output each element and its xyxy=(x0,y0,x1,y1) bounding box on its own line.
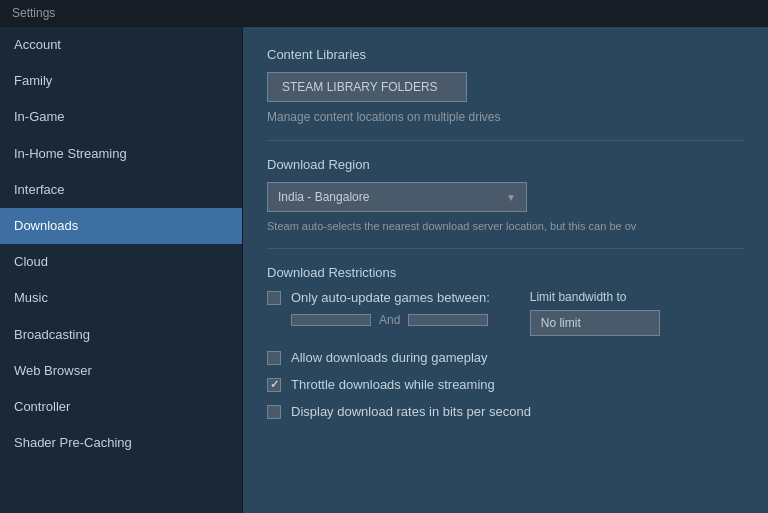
sidebar-item-music[interactable]: Music xyxy=(0,280,242,316)
sidebar-item-in-game-label: In-Game xyxy=(14,109,65,124)
sidebar-item-interface-label: Interface xyxy=(14,182,65,197)
sidebar-item-web-browser[interactable]: Web Browser xyxy=(0,353,242,389)
sidebar-item-shader-pre-caching[interactable]: Shader Pre-Caching xyxy=(0,425,242,461)
sidebar-item-broadcasting-label: Broadcasting xyxy=(14,327,90,342)
download-region-section: Download Region India - Bangalore ▼ Stea… xyxy=(267,157,744,232)
main-container: Account Family In-Game In-Home Streaming… xyxy=(0,27,768,513)
auto-update-checkbox[interactable] xyxy=(267,291,281,305)
sidebar-item-in-game[interactable]: In-Game xyxy=(0,99,242,135)
sidebar-item-in-home-streaming[interactable]: In-Home Streaming xyxy=(0,136,242,172)
allow-downloads-label: Allow downloads during gameplay xyxy=(291,350,488,365)
time-end-input[interactable] xyxy=(408,314,488,326)
divider-2 xyxy=(267,248,744,249)
chevron-down-icon: ▼ xyxy=(506,192,516,203)
sidebar-item-broadcasting[interactable]: Broadcasting xyxy=(0,317,242,353)
display-download-rates-row: Display download rates in bits per secon… xyxy=(267,404,744,419)
title-bar-label: Settings xyxy=(12,6,55,20)
download-region-title: Download Region xyxy=(267,157,744,172)
sidebar-item-interface[interactable]: Interface xyxy=(0,172,242,208)
time-bandwidth-row: And xyxy=(267,313,490,327)
throttle-downloads-label: Throttle downloads while streaming xyxy=(291,377,495,392)
sidebar-item-in-home-streaming-label: In-Home Streaming xyxy=(14,146,127,161)
sidebar-item-downloads-label: Downloads xyxy=(14,218,78,233)
download-restrictions-section: Download Restrictions Only auto-update g… xyxy=(267,265,744,419)
download-region-value: India - Bangalore xyxy=(278,190,369,204)
sidebar-item-cloud-label: Cloud xyxy=(14,254,48,269)
throttle-downloads-checkbox[interactable] xyxy=(267,378,281,392)
title-bar: Settings xyxy=(0,0,768,27)
sidebar-item-controller[interactable]: Controller xyxy=(0,389,242,425)
bandwidth-dropdown[interactable]: No limit xyxy=(530,310,660,336)
sidebar-item-web-browser-label: Web Browser xyxy=(14,363,92,378)
sidebar: Account Family In-Game In-Home Streaming… xyxy=(0,27,243,513)
sidebar-item-shader-pre-caching-label: Shader Pre-Caching xyxy=(14,435,132,450)
steam-library-folders-button[interactable]: STEAM LIBRARY FOLDERS xyxy=(267,72,467,102)
content-libraries-description: Manage content locations on multiple dri… xyxy=(267,110,744,124)
sidebar-item-downloads[interactable]: Downloads xyxy=(0,208,242,244)
sidebar-item-family-label: Family xyxy=(14,73,52,88)
allow-downloads-row: Allow downloads during gameplay xyxy=(267,350,744,365)
time-inputs: And xyxy=(291,313,488,327)
bandwidth-value: No limit xyxy=(541,316,581,330)
display-download-rates-checkbox[interactable] xyxy=(267,405,281,419)
and-label: And xyxy=(379,313,400,327)
divider-1 xyxy=(267,140,744,141)
time-start-input[interactable] xyxy=(291,314,371,326)
sidebar-item-account-label: Account xyxy=(14,37,61,52)
bandwidth-section: Limit bandwidth to No limit xyxy=(530,290,660,336)
download-region-dropdown[interactable]: India - Bangalore ▼ xyxy=(267,182,527,212)
throttle-downloads-row: Throttle downloads while streaming xyxy=(267,377,744,392)
sidebar-item-cloud[interactable]: Cloud xyxy=(0,244,242,280)
allow-downloads-checkbox[interactable] xyxy=(267,351,281,365)
sidebar-item-family[interactable]: Family xyxy=(0,63,242,99)
auto-update-label: Only auto-update games between: xyxy=(291,290,490,305)
display-download-rates-label: Display download rates in bits per secon… xyxy=(291,404,531,419)
download-region-auto-select-text: Steam auto-selects the nearest download … xyxy=(267,220,744,232)
content-libraries-title: Content Libraries xyxy=(267,47,744,62)
sidebar-item-account[interactable]: Account xyxy=(0,27,242,63)
content-area: Content Libraries STEAM LIBRARY FOLDERS … xyxy=(243,27,768,513)
content-libraries-section: Content Libraries STEAM LIBRARY FOLDERS … xyxy=(267,47,744,124)
sidebar-item-music-label: Music xyxy=(14,290,48,305)
download-restrictions-title: Download Restrictions xyxy=(267,265,744,280)
bandwidth-label: Limit bandwidth to xyxy=(530,290,660,304)
sidebar-item-controller-label: Controller xyxy=(14,399,70,414)
